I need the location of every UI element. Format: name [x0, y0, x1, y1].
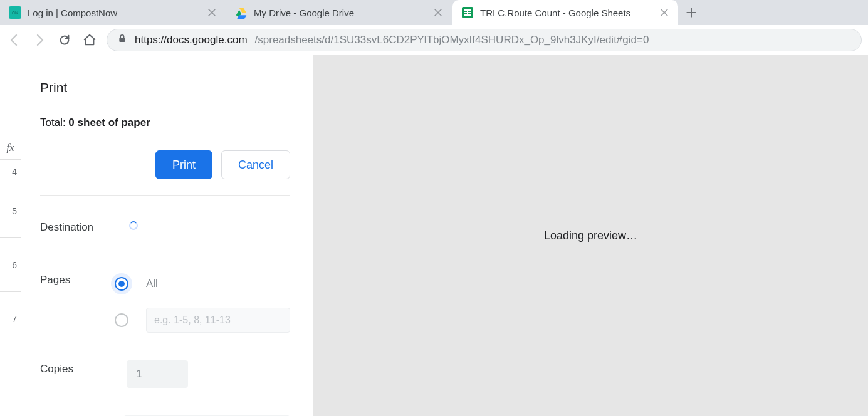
tab-title: My Drive - Google Drive: [254, 8, 427, 18]
tab-title: Log in | CompostNow: [28, 8, 201, 18]
pages-option-range[interactable]: e.g. 1-5, 8, 11-13: [115, 308, 290, 333]
pages-all-label: All: [146, 278, 158, 290]
row-header[interactable]: 7: [0, 292, 21, 346]
row-header[interactable]: 5: [0, 184, 21, 238]
favicon-compostnow: CN: [9, 6, 21, 19]
radio-icon[interactable]: [115, 277, 128, 291]
print-total-line: Total: 0 sheet of paper: [40, 117, 290, 129]
svg-rect-0: [119, 38, 125, 42]
row-header[interactable]: 4: [0, 159, 21, 184]
forward-button[interactable]: [31, 32, 48, 48]
setting-destination: Destination: [40, 196, 290, 234]
lock-icon: [117, 33, 127, 46]
url-host: https://docs.google.com: [135, 34, 248, 46]
back-button[interactable]: [6, 32, 23, 48]
page-content: fx 4 5 6 7 Print Total: 0 sheet of paper…: [0, 55, 868, 416]
print-button[interactable]: Print: [155, 150, 212, 179]
loading-spinner-icon: [129, 221, 138, 230]
destination-control: [127, 219, 290, 230]
setting-layout: Layout Portrait: [40, 388, 290, 416]
preview-loading-text: Loading preview…: [544, 229, 637, 242]
home-button[interactable]: [81, 32, 98, 48]
pages-range-input[interactable]: e.g. 1-5, 8, 11-13: [146, 308, 290, 333]
print-preview-pane: Loading preview…: [313, 55, 868, 416]
address-bar[interactable]: https://docs.google.com/spreadsheets/d/1…: [107, 29, 862, 51]
total-value: 0 sheet of paper: [68, 117, 150, 128]
tab-gsheets[interactable]: TRI C.Route Count - Google Sheets: [452, 0, 678, 25]
setting-copies: Copies 1: [40, 333, 290, 388]
copies-label: Copies: [40, 360, 120, 375]
print-dialog-panel: Print Total: 0 sheet of paper Print Canc…: [21, 55, 313, 416]
tab-compostnow[interactable]: CN Log in | CompostNow: [0, 0, 226, 25]
close-icon[interactable]: [433, 8, 443, 18]
new-tab-button[interactable]: [678, 0, 704, 25]
cancel-button[interactable]: Cancel: [221, 150, 290, 179]
close-icon[interactable]: [659, 8, 669, 18]
print-dialog-buttons: Print Cancel: [40, 150, 290, 196]
browser-tabstrip: CN Log in | CompostNow My Drive - Google…: [0, 0, 868, 25]
url-path: /spreadsheets/d/1SU33svL6CD2PYlTbjOMyxIf…: [255, 34, 649, 46]
destination-label: Destination: [40, 219, 120, 234]
spreadsheet-row-gutter: fx 4 5 6 7: [0, 55, 21, 416]
favicon-gdrive: [235, 6, 248, 19]
print-dialog-title: Print: [40, 80, 290, 95]
radio-icon[interactable]: [115, 313, 128, 327]
close-icon[interactable]: [207, 8, 217, 18]
formula-bar-fx: fx: [0, 137, 21, 159]
browser-toolbar: https://docs.google.com/spreadsheets/d/1…: [0, 25, 868, 55]
tab-gdrive[interactable]: My Drive - Google Drive: [226, 0, 452, 25]
setting-pages: Pages All e.g. 1-5, 8, 11-13: [40, 234, 290, 333]
pages-option-all[interactable]: All: [115, 271, 290, 296]
total-label: Total:: [40, 117, 68, 128]
favicon-gsheets: [461, 6, 474, 19]
row-header[interactable]: 6: [0, 238, 21, 292]
tab-title: TRI C.Route Count - Google Sheets: [480, 8, 653, 18]
pages-label: Pages: [40, 271, 108, 286]
copies-input[interactable]: 1: [127, 360, 188, 388]
reload-button[interactable]: [56, 32, 73, 48]
